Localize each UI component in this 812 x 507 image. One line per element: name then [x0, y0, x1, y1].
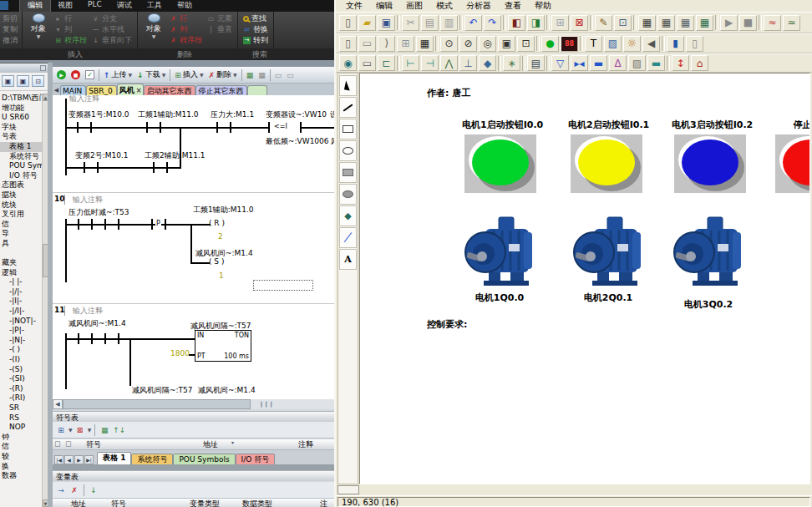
- replace-button[interactable]: ⇄替换: [241, 24, 271, 35]
- line-tool[interactable]: [339, 97, 357, 118]
- scale-icon[interactable]: ⊥: [459, 55, 477, 71]
- paste-icon[interactable]: ▥: [440, 15, 458, 31]
- breaker-object-icon[interactable]: ▦: [416, 36, 434, 52]
- window-panel-icon[interactable]: ▤: [527, 55, 545, 71]
- pou-tab[interactable]: 风机×: [117, 84, 145, 95]
- toolbar-icon[interactable]: [759, 15, 762, 30]
- symbol-tab[interactable]: POU Symbols: [173, 454, 235, 464]
- column-vartype[interactable]: 变量类型: [190, 499, 220, 507]
- tree-item[interactable]: 逻辑: [0, 268, 42, 278]
- tree-item[interactable]: SR: [0, 403, 42, 413]
- scope-chart-icon[interactable]: ≃: [783, 15, 800, 31]
- contact-switch-icon[interactable]: ▣: [498, 36, 515, 52]
- motor-object[interactable]: 电机1Q0.0: [462, 210, 537, 304]
- tree-item[interactable]: -|/|-: [0, 287, 42, 297]
- pou-tab[interactable]: 启动其它东西: [144, 85, 195, 95]
- object-icon[interactable]: [435, 36, 439, 51]
- plc-module-2-icon[interactable]: ▦: [657, 15, 675, 31]
- contact-nc-icon[interactable]: ⊘: [459, 36, 477, 52]
- ribbon-tab[interactable]: 调试: [109, 0, 140, 12]
- object-icon[interactable]: [662, 36, 665, 51]
- insert-item[interactable]: ⊞程序段: [52, 35, 89, 46]
- motor-object[interactable]: 电机2Q0.1: [571, 210, 646, 304]
- scrollbar-corner[interactable]: [337, 485, 359, 494]
- insert-row-icon[interactable]: ▦: [99, 424, 110, 436]
- ladder-hscrollbar[interactable]: ◀ ❙❙❙: [53, 399, 334, 409]
- reset-coil[interactable]: ( R ): [209, 219, 225, 227]
- set-coil[interactable]: ( S ): [209, 257, 224, 266]
- find-button[interactable]: 查找: [241, 13, 271, 24]
- pushbutton-object[interactable]: 电机1启动按钮I0.0: [462, 119, 543, 193]
- column-comment[interactable]: 注释: [320, 499, 334, 507]
- home-icon[interactable]: ⌂: [691, 55, 708, 71]
- equipment-icon[interactable]: [667, 56, 670, 71]
- tree-scrollbar[interactable]: ▲ ▼: [42, 94, 48, 507]
- pushbutton[interactable]: [571, 134, 642, 193]
- filled-ellipse-tool[interactable]: [339, 184, 357, 205]
- tree-item[interactable]: 具: [0, 239, 42, 249]
- select-tool[interactable]: [339, 75, 357, 96]
- insert-item[interactable]: ↓垂直向下: [89, 35, 134, 46]
- tree-item[interactable]: POU Symb: [0, 161, 42, 171]
- object-icon[interactable]: [580, 36, 583, 51]
- adjuster-icon[interactable]: ↕: [672, 55, 689, 71]
- text-tool-icon[interactable]: T: [585, 36, 602, 52]
- toolbar-icon[interactable]: [503, 15, 506, 30]
- menu-item[interactable]: 分析器: [459, 0, 498, 12]
- delete-object-button[interactable]: 对象 ▼: [140, 13, 167, 48]
- mixer-icon[interactable]: ∗: [503, 55, 520, 71]
- pushbutton[interactable]: [775, 134, 810, 193]
- compile-button[interactable]: ✓: [83, 68, 97, 82]
- tree-item[interactable]: 钟: [0, 433, 42, 443]
- delete-item[interactable]: ✗行: [167, 13, 205, 24]
- redo-icon[interactable]: ↷: [484, 15, 501, 31]
- prev-page-icon[interactable]: ◀: [64, 455, 74, 464]
- tree-item[interactable]: 较: [0, 452, 42, 462]
- undo-icon[interactable]: ↶: [464, 15, 482, 31]
- sensor-icon[interactable]: ⊡: [517, 36, 535, 52]
- next-page-icon[interactable]: ▶: [74, 455, 84, 464]
- grid-object-icon[interactable]: ⊞: [397, 36, 414, 52]
- bookmark-button[interactable]: ▭: [272, 68, 285, 82]
- tree-item[interactable]: -|P|-: [0, 326, 42, 336]
- plc-rack-icon[interactable]: ▦: [677, 15, 694, 31]
- toolbar-icon[interactable]: [397, 15, 400, 30]
- upload-button[interactable]: ↑上传▼: [101, 68, 134, 82]
- palette-icon[interactable]: ☼: [623, 36, 641, 52]
- column-address[interactable]: 地址: [71, 499, 86, 507]
- tree-item[interactable]: RS: [0, 413, 42, 423]
- delete-item[interactable]: |垂直: [205, 24, 235, 35]
- pou-tab-partial[interactable]: [247, 85, 267, 95]
- delete-item[interactable]: ✗列: [167, 24, 205, 35]
- tree-item[interactable]: -| |-: [0, 277, 42, 287]
- edge-contact[interactable]: P: [155, 220, 161, 227]
- conveyor-icon[interactable]: ▭: [358, 55, 376, 71]
- pencil-icon[interactable]: ✎: [595, 15, 612, 31]
- trend-chart-icon[interactable]: ≈: [764, 15, 781, 31]
- toolbar-icon[interactable]: [633, 15, 637, 30]
- menu-item[interactable]: 查看: [498, 0, 528, 12]
- panel-object-icon[interactable]: ▭: [358, 36, 376, 52]
- pump-icon[interactable]: ◉: [339, 55, 357, 71]
- tree-item[interactable]: 系统符号: [0, 152, 42, 162]
- scroll-left-icon[interactable]: ◀: [53, 399, 63, 409]
- tree-item[interactable]: NOP: [0, 423, 42, 433]
- cylinder-2-icon[interactable]: ⊣: [421, 55, 439, 71]
- column-datatype[interactable]: 数据类型: [242, 499, 272, 507]
- tree-item[interactable]: 号表: [0, 132, 42, 142]
- ellipse-tool[interactable]: [339, 140, 357, 161]
- tree-root[interactable]: D:\TBM\西门: [0, 94, 42, 104]
- ribbon-tab[interactable]: 帮助: [170, 0, 200, 12]
- tree-item[interactable]: 态图表: [0, 180, 42, 190]
- toolbar-icon[interactable]: [590, 15, 593, 30]
- insert-item[interactable]: ∨分支: [89, 13, 134, 24]
- pushbutton-object[interactable]: 电机2启动按钮I0.1: [568, 119, 649, 193]
- delete-network-button[interactable]: ✗删除▼: [206, 68, 240, 82]
- fg-color-icon[interactable]: ◧: [508, 15, 525, 31]
- tree-item[interactable]: [0, 249, 42, 259]
- tree-item[interactable]: -|/I|-: [0, 307, 42, 317]
- menu-item[interactable]: 模式: [429, 0, 459, 12]
- menu-item[interactable]: 画图: [399, 0, 429, 12]
- eyedropper-tool[interactable]: ╱: [339, 227, 357, 248]
- splitter-grip[interactable]: ❙❙❙: [259, 399, 274, 409]
